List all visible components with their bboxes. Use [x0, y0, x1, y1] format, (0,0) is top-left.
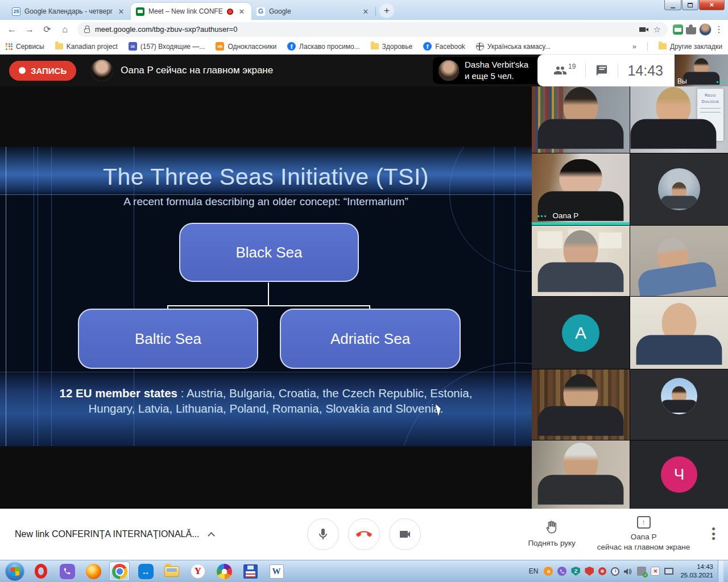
minimize-button[interactable]: ▁ — [664, 0, 681, 10]
participants-pill[interactable]: Dasha Verbit'ska и еще 5 чел. — [433, 57, 537, 84]
recording-dot-icon — [227, 9, 233, 15]
tab-close-icon[interactable]: ✕ — [237, 7, 246, 16]
avatar — [661, 378, 697, 414]
comodo-tray-icon[interactable] — [598, 567, 606, 575]
camera-sharing-icon[interactable] — [639, 26, 648, 33]
avast-tray-icon[interactable]: a — [544, 567, 553, 576]
bookmark-services[interactable]: Сервисы — [6, 43, 44, 51]
usb-tray-icon[interactable] — [637, 567, 646, 576]
microphone-button[interactable] — [307, 518, 339, 550]
close-button[interactable]: ✕ — [699, 0, 725, 10]
facebook-icon: f — [423, 42, 432, 51]
video-tile[interactable] — [630, 297, 728, 369]
taskbar-opera[interactable] — [31, 562, 51, 581]
url-text[interactable]: meet.google.com/tbg-zbuv-sxp?authuser=0 — [95, 25, 634, 34]
other-bookmarks[interactable]: Другие закладки — [659, 43, 722, 51]
tab-meet[interactable]: Meet – New link CONFERINŢ ✕ — [131, 3, 251, 20]
tab-close-icon[interactable]: ✕ — [361, 7, 370, 16]
security-shield-icon[interactable] — [585, 567, 594, 576]
extensions-puzzle-icon[interactable] — [686, 24, 696, 35]
globe-icon — [476, 43, 484, 51]
video-tile[interactable] — [630, 226, 728, 296]
video-tile[interactable]: Regio Dialogue — [630, 86, 728, 153]
tab-close-icon[interactable]: ✕ — [117, 7, 126, 16]
address-bar[interactable]: meet.google.com/tbg-zbuv-sxp?authuser=0 … — [77, 22, 668, 37]
firefox-icon — [86, 564, 101, 579]
windows-taskbar: ↔ Y W EN a Z ✕ 14:43 25.03.2021 — [0, 560, 728, 582]
profile-avatar[interactable] — [699, 23, 712, 36]
picasa-icon — [217, 564, 232, 579]
viber-tray-icon[interactable] — [557, 567, 566, 576]
video-tile[interactable] — [532, 440, 630, 509]
participant-video — [533, 87, 628, 153]
bookmark-folder-health[interactable]: Здоровье — [371, 43, 413, 51]
taskbar-word[interactable]: W — [266, 562, 287, 581]
folder-explorer-icon — [164, 566, 179, 577]
box-baltic-sea: Baltic Sea — [78, 309, 258, 369]
tab-google[interactable]: G Google ✕ — [251, 3, 375, 20]
bookmark-facebook[interactable]: f Facebook — [423, 42, 465, 51]
back-icon[interactable]: ← — [5, 22, 19, 37]
camera-button[interactable] — [389, 518, 421, 550]
bookmark-star-icon[interactable]: ☆ — [653, 24, 661, 35]
raise-hand-button[interactable]: Поднять руку — [528, 520, 575, 548]
video-tile[interactable]: A — [532, 297, 630, 369]
participants-button[interactable]: 19 — [543, 64, 585, 77]
antivirus-shield-icon[interactable]: Z — [571, 567, 580, 576]
taskbar-clock[interactable]: 14:43 25.03.2021 — [680, 563, 713, 580]
window-controls: ▁ ✕ — [664, 0, 725, 10]
viber-icon — [60, 564, 75, 579]
taskbar-picasa[interactable] — [214, 562, 234, 581]
meeting-name[interactable]: New link CONFERINŢA INTERNAŢIONALĂ... — [15, 529, 200, 539]
show-desktop-button[interactable] — [718, 560, 723, 582]
refresh-icon[interactable]: ⟳ — [40, 22, 55, 37]
video-tile[interactable] — [532, 86, 630, 153]
browser-menu-icon[interactable]: ⋮ — [714, 25, 723, 34]
bookmark-odnoklassniki[interactable]: ok Одноклассники — [216, 42, 276, 51]
tab-google-calendar[interactable]: 25 Google Календарь - четверг, 25 ✕ — [7, 3, 131, 20]
language-indicator[interactable]: EN — [529, 567, 539, 575]
forward-icon[interactable]: → — [22, 22, 37, 37]
self-view-tile[interactable]: Вы ••• — [675, 55, 728, 86]
video-tile[interactable] — [532, 226, 630, 296]
home-icon[interactable]: ⌂ — [57, 22, 72, 37]
self-label: Вы — [677, 77, 687, 85]
more-options-icon[interactable]: ••• — [712, 527, 715, 542]
taskbar-teamviewer[interactable]: ↔ — [135, 562, 156, 581]
connector-line — [268, 282, 269, 306]
bookmark-laskavo[interactable]: f Ласкаво просимо... — [287, 42, 359, 51]
action-center-flag-icon[interactable]: ✕ — [651, 567, 660, 576]
bookmarks-overflow-icon[interactable]: » — [632, 42, 636, 51]
network-icon[interactable] — [664, 568, 673, 575]
maximize-button[interactable] — [682, 0, 698, 10]
video-tile[interactable]: Ч — [630, 440, 728, 509]
bookmark-folder-kanadian[interactable]: Kanadian project — [55, 43, 118, 51]
presenting-banner: Oana P сейчас на главном экране — [91, 60, 273, 81]
chat-button[interactable] — [586, 64, 618, 77]
participant-name: Oana P — [553, 211, 579, 220]
taskbar-yandex[interactable]: Y — [188, 562, 208, 581]
new-tab-button[interactable]: + — [379, 3, 394, 18]
camera-icon — [398, 527, 412, 541]
bookmark-ukrainska[interactable]: Українська камасу... — [476, 43, 551, 51]
mail-extension-icon[interactable] — [673, 24, 683, 35]
start-button[interactable] — [5, 562, 24, 581]
end-call-button[interactable] — [348, 518, 380, 550]
video-tile-oana[interactable]: ••• Oana P — [532, 153, 630, 225]
presenting-status[interactable]: ↑ Oana P сейчас на главном экране — [597, 516, 690, 552]
taskbar-viber[interactable] — [57, 562, 77, 581]
video-tile[interactable] — [630, 153, 728, 225]
volume-icon[interactable] — [624, 568, 632, 575]
chevron-up-icon[interactable] — [208, 532, 215, 539]
video-tile[interactable] — [532, 369, 630, 440]
video-tile[interactable] — [630, 369, 728, 440]
slide-subtitle: A recent formula describing an older con… — [0, 196, 532, 208]
taskbar-chrome[interactable] — [109, 562, 130, 581]
bookmark-inbox[interactable]: ✉ (157) Входящие —... — [129, 42, 205, 51]
slide-footer-text: 12 EU member states : Austria, Bulgaria,… — [0, 385, 532, 416]
taskbar-firefox[interactable] — [83, 562, 104, 581]
folder-icon — [371, 43, 379, 49]
teamviewer-tray-icon[interactable] — [611, 567, 619, 576]
taskbar-explorer[interactable] — [162, 562, 182, 581]
taskbar-save-app[interactable] — [240, 562, 260, 581]
